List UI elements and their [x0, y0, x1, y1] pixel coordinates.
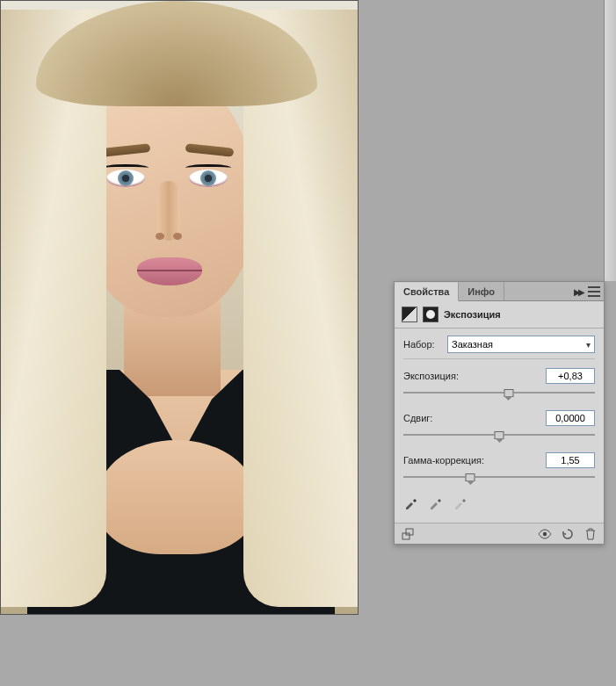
gamma-control: Гамма-коррекция:	[403, 452, 595, 482]
offset-control: Сдвиг:	[403, 410, 595, 440]
exposure-label: Экспозиция:	[403, 371, 459, 381]
clip-to-layer-icon[interactable]	[400, 526, 416, 542]
reset-icon[interactable]	[560, 526, 576, 542]
panel-tabstrip: Свойства Инфо ▶▶	[395, 282, 604, 301]
gamma-slider[interactable]	[403, 472, 595, 482]
eyedropper-black-icon[interactable]	[403, 495, 419, 510]
dock-bar	[604, 0, 616, 281]
exposure-input[interactable]	[546, 368, 595, 384]
canvas-image[interactable]	[0, 0, 359, 615]
chevron-down-icon: ▾	[586, 340, 591, 350]
layer-mask-icon[interactable]	[423, 307, 438, 322]
exposure-slider[interactable]	[403, 387, 595, 398]
eyedropper-gray-icon[interactable]	[428, 495, 444, 510]
slider-thumb[interactable]	[466, 473, 475, 481]
slider-thumb[interactable]	[504, 389, 513, 397]
exposure-control: Экспозиция:	[403, 368, 595, 398]
trash-icon[interactable]	[583, 526, 598, 542]
preset-select[interactable]: Заказная ▾	[447, 336, 595, 353]
tab-properties[interactable]: Свойства	[395, 282, 459, 301]
gamma-input[interactable]	[546, 452, 595, 468]
properties-panel: Свойства Инфо ▶▶ Экспозиция Набор: Заказ…	[394, 281, 605, 545]
adjustment-type-icon[interactable]	[402, 307, 417, 322]
preset-label: Набор:	[403, 339, 447, 350]
visibility-icon[interactable]	[537, 526, 553, 542]
offset-label: Сдвиг:	[403, 413, 432, 423]
preset-value: Заказная	[452, 339, 493, 350]
offset-input[interactable]	[546, 410, 595, 426]
gamma-label: Гамма-коррекция:	[403, 455, 484, 466]
offset-slider[interactable]	[403, 430, 595, 440]
panel-menu-icon[interactable]	[588, 286, 600, 297]
svg-point-2	[543, 531, 547, 535]
tab-info[interactable]: Инфо	[459, 282, 504, 300]
panel-title: Экспозиция	[444, 309, 501, 320]
slider-thumb[interactable]	[495, 431, 504, 439]
collapse-icon[interactable]: ▶▶	[574, 287, 583, 297]
eyedropper-white-icon[interactable]	[453, 495, 468, 510]
